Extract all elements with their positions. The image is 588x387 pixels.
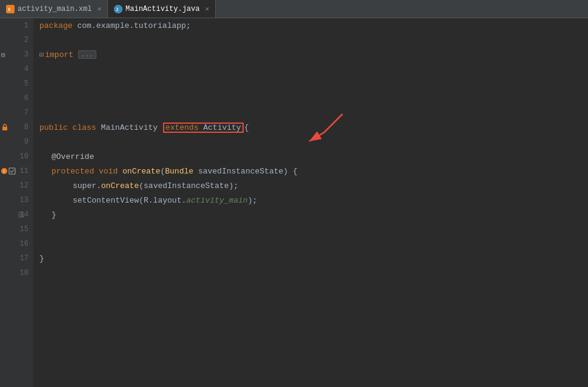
lock-icon-8 <box>1 124 8 131</box>
tab-close-java[interactable]: ✕ <box>205 5 209 13</box>
code-line-17: } <box>33 251 588 266</box>
code-editor[interactable]: package com.example.tutorialapp; ⊟ impor… <box>33 18 588 387</box>
line-number-gutter: 1 2 ⊟ 3 4 5 6 7 8 9 10 <box>0 18 33 387</box>
gutter-9: 9 <box>0 135 33 149</box>
svg-text:J: J <box>116 7 118 12</box>
gutter-13: 13 <box>0 193 33 207</box>
code-line-14: } <box>33 207 588 222</box>
debug-icons-11: ! <box>1 167 16 175</box>
code-line-7 <box>33 106 588 120</box>
gutter-17: 17 <box>0 251 33 266</box>
code-line-10: @Override <box>33 149 588 164</box>
gutter-16: 16 <box>0 237 33 251</box>
tab-activity-main-xml[interactable]: X activity_main.xml ✕ <box>0 0 108 18</box>
gutter-14: 14 <box>0 207 33 222</box>
gutter-15: 15 <box>0 222 33 237</box>
gutter-6: 6 <box>0 91 33 106</box>
gutter-11: ! 11 <box>0 164 33 178</box>
tab-main-activity-java[interactable]: J MainActivity.java ✕ <box>108 0 216 18</box>
code-line-15 <box>33 222 588 237</box>
code-line-16 <box>33 237 588 251</box>
gutter-3: ⊟ 3 <box>0 47 33 62</box>
code-line-13: setContentView(R.layout.activity_main); <box>33 193 588 207</box>
code-line-8: public class MainActivity extends Activi… <box>33 120 588 135</box>
code-line-6 <box>33 91 588 106</box>
editor-area: 1 2 ⊟ 3 4 5 6 7 8 9 10 <box>0 18 588 387</box>
fold-icon-3[interactable]: ⊟ <box>1 51 5 59</box>
gutter-18: 18 <box>0 266 33 280</box>
code-line-12: super.onCreate(savedInstanceState); <box>33 178 588 193</box>
gutter-4: 4 <box>0 62 33 76</box>
svg-rect-4 <box>2 127 7 130</box>
gutter-10: 10 <box>0 149 33 164</box>
code-line-3: ⊟ import ... <box>33 47 588 62</box>
gutter-2: 2 <box>0 33 33 47</box>
code-line-1: package com.example.tutorialapp; <box>33 18 588 33</box>
gutter-7: 7 <box>0 106 33 120</box>
gutter-8: 8 <box>0 120 33 135</box>
import-fold-indicator[interactable]: ... <box>78 50 96 59</box>
xml-file-icon: X <box>6 5 15 13</box>
gutter-1: 1 <box>0 18 33 33</box>
code-line-2 <box>33 33 588 47</box>
code-line-9 <box>33 135 588 149</box>
code-line-5 <box>33 76 588 91</box>
tab-close-xml[interactable]: ✕ <box>97 5 101 13</box>
code-line-18 <box>33 266 588 280</box>
tab-label-xml: activity_main.xml <box>18 5 92 13</box>
fold-close-14[interactable] <box>18 212 24 218</box>
java-file-icon: J <box>114 5 122 13</box>
tab-label-java: MainActivity.java <box>125 5 199 13</box>
code-line-4 <box>33 62 588 76</box>
gutter-5: 5 <box>0 76 33 91</box>
gutter-12: 12 <box>0 178 33 193</box>
svg-text:!: ! <box>3 169 5 174</box>
code-line-11: protected void onCreate(Bundle savedInst… <box>33 164 588 178</box>
tab-bar: X activity_main.xml ✕ J MainActivity.jav… <box>0 0 588 18</box>
